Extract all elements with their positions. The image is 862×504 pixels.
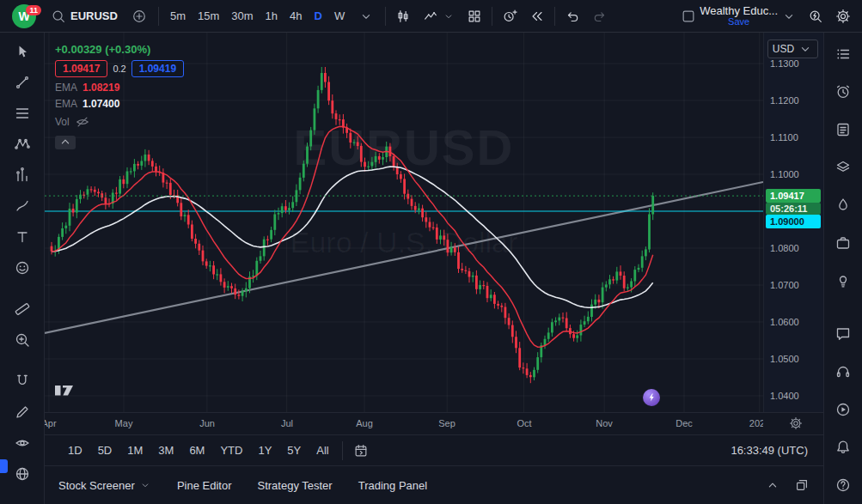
sell-price-button[interactable]: 1.09417 bbox=[55, 60, 107, 77]
notification-count-badge: 11 bbox=[26, 5, 41, 15]
interval-W[interactable]: W bbox=[328, 4, 351, 28]
indicators-button[interactable] bbox=[417, 4, 461, 28]
spread-value: 0.2 bbox=[113, 64, 125, 74]
event-marker[interactable] bbox=[643, 389, 660, 406]
measure-tool[interactable] bbox=[8, 297, 37, 323]
calendar-button[interactable] bbox=[828, 228, 858, 259]
chat-button[interactable] bbox=[828, 319, 858, 350]
interval-menu-button[interactable] bbox=[352, 4, 380, 28]
pattern-tool[interactable] bbox=[8, 132, 37, 158]
bulb-icon bbox=[834, 272, 852, 292]
volume-hidden-icon[interactable] bbox=[75, 114, 90, 130]
last-price-badge: 1.09417 bbox=[766, 189, 821, 203]
tradingview-logo[interactable] bbox=[55, 381, 81, 398]
chart-canvas[interactable]: EURUSD Euro / U.S. Dollar +0.00329 (+0.3… bbox=[45, 33, 763, 412]
expand-panel-icon[interactable] bbox=[765, 477, 780, 493]
watchlist-button[interactable] bbox=[828, 39, 858, 70]
grid-layout-button[interactable] bbox=[461, 4, 488, 28]
trend-line-tool[interactable] bbox=[8, 70, 37, 96]
interval-D[interactable]: D bbox=[309, 4, 328, 28]
trend-line-icon bbox=[14, 74, 31, 94]
range-1y[interactable]: 1Y bbox=[250, 440, 279, 461]
interval-4h[interactable]: 4h bbox=[284, 4, 308, 28]
interval-5m[interactable]: 5m bbox=[164, 4, 192, 28]
buy-price-button[interactable]: 1.09419 bbox=[131, 60, 184, 77]
compare-button[interactable] bbox=[125, 4, 153, 28]
range-1d[interactable]: 1D bbox=[60, 440, 90, 461]
notifications-button[interactable] bbox=[828, 433, 858, 464]
notes-icon bbox=[834, 121, 852, 141]
zoom-tool[interactable] bbox=[8, 328, 37, 354]
shows-button[interactable] bbox=[828, 395, 858, 426]
undo-button[interactable] bbox=[559, 4, 586, 28]
quick-search-button[interactable] bbox=[802, 4, 829, 28]
settings-button[interactable] bbox=[829, 4, 857, 28]
object-tree-tool[interactable] bbox=[8, 462, 37, 488]
ideas-button[interactable] bbox=[828, 266, 858, 297]
range-1m[interactable]: 1M bbox=[119, 440, 150, 461]
tab-trading-panel[interactable]: Trading Panel bbox=[358, 479, 427, 492]
ema-label: EMA bbox=[55, 98, 77, 110]
price-scale[interactable]: USD 1.13001.12001.11001.10001.09001.0800… bbox=[763, 33, 823, 412]
data-window-button[interactable] bbox=[828, 153, 858, 184]
date-range-bar: 1D5D1M3M6MYTD1Y5YAll 16:33:49 (UTC) bbox=[45, 434, 823, 465]
range-ytd[interactable]: YTD bbox=[212, 440, 250, 461]
app-logo[interactable]: W 11 bbox=[5, 4, 43, 28]
utc-clock[interactable]: 16:33:49 (UTC) bbox=[731, 444, 808, 457]
brush-tool[interactable] bbox=[8, 194, 37, 220]
right-sidebar bbox=[823, 33, 862, 504]
emoji-tool[interactable] bbox=[8, 256, 37, 282]
chat-icon bbox=[834, 325, 852, 345]
fib-retracement-tool[interactable] bbox=[8, 101, 37, 127]
layout-menu[interactable]: Wealthy Educ... Save bbox=[677, 5, 800, 27]
create-alert-button[interactable] bbox=[496, 4, 523, 28]
save-button[interactable]: Save bbox=[728, 16, 749, 27]
bar-replay-button[interactable] bbox=[523, 4, 551, 28]
bottom-panel: Stock ScreenerPine EditorStrategy Tester… bbox=[45, 465, 823, 504]
currency-dropdown[interactable]: USD bbox=[767, 39, 818, 58]
tab-strategy-tester[interactable]: Strategy Tester bbox=[257, 479, 332, 492]
news-button[interactable] bbox=[828, 115, 858, 146]
time-axis-label: Dec bbox=[676, 418, 693, 428]
streams-button[interactable] bbox=[828, 357, 858, 388]
xabcd-pattern-icon bbox=[14, 136, 31, 155]
range-5y[interactable]: 5Y bbox=[279, 440, 309, 461]
interval-selector: 5m15m30m1h4hDW bbox=[164, 4, 351, 28]
range-5d[interactable]: 5D bbox=[90, 440, 120, 461]
draw-icon bbox=[14, 404, 31, 423]
bar-countdown-badge: 05:26:11 bbox=[766, 203, 821, 215]
chart-settings-gear-icon[interactable] bbox=[789, 416, 803, 433]
text-tool[interactable] bbox=[8, 225, 37, 251]
go-to-date-button[interactable] bbox=[348, 443, 374, 458]
range-6m[interactable]: 6M bbox=[181, 440, 212, 461]
toolbar-separator bbox=[342, 441, 343, 460]
alerts-button[interactable] bbox=[828, 77, 858, 108]
drawing-mode-tool[interactable] bbox=[8, 400, 37, 426]
long-position-icon bbox=[14, 167, 31, 186]
range-all[interactable]: All bbox=[309, 440, 336, 461]
help-button[interactable] bbox=[828, 471, 858, 501]
bar-style-button[interactable] bbox=[389, 4, 417, 28]
price-scale-label: 1.0400 bbox=[770, 391, 799, 401]
price-scale-label: 1.1100 bbox=[770, 132, 798, 143]
range-3m[interactable]: 3M bbox=[150, 440, 181, 461]
hotlists-button[interactable] bbox=[828, 191, 858, 222]
position-tool[interactable] bbox=[8, 163, 37, 189]
tab-pine-editor[interactable]: Pine Editor bbox=[177, 479, 232, 492]
maximize-panel-icon[interactable] bbox=[794, 477, 810, 493]
symbol-search-button[interactable]: EURUSD bbox=[45, 4, 124, 28]
time-axis[interactable]: AprMayJunJulAugSepOctNovDec2024 bbox=[45, 412, 823, 434]
redo-button[interactable] bbox=[586, 4, 614, 28]
interval-1h[interactable]: 1h bbox=[260, 4, 284, 28]
time-axis-label: 2024 bbox=[749, 418, 763, 428]
support-tab[interactable] bbox=[0, 459, 8, 473]
interval-30m[interactable]: 30m bbox=[225, 4, 259, 28]
interval-15m[interactable]: 15m bbox=[192, 4, 225, 28]
legend-collapse-button[interactable] bbox=[55, 136, 76, 149]
tab-stock-screener[interactable]: Stock Screener bbox=[58, 479, 151, 492]
magnet-tool[interactable] bbox=[8, 369, 37, 395]
time-axis-label: Aug bbox=[356, 418, 373, 428]
cursor-tool[interactable] bbox=[8, 39, 37, 65]
hide-drawings-tool[interactable] bbox=[8, 431, 37, 457]
time-axis-label: May bbox=[115, 418, 133, 428]
